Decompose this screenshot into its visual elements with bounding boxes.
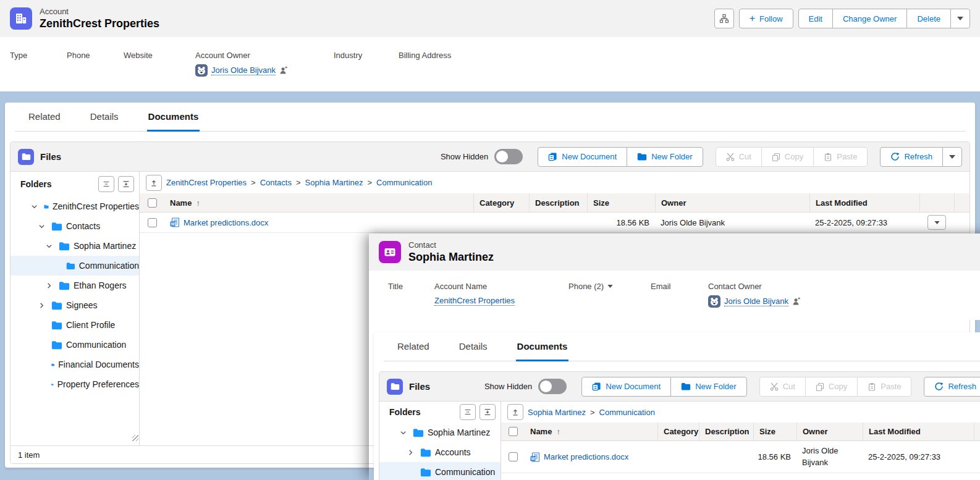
tab-documents[interactable]: Documents (516, 332, 569, 361)
new-folder-button[interactable]: New Folder (670, 377, 746, 397)
tab-related[interactable]: Related (396, 332, 431, 361)
column-header-size[interactable]: Size (587, 193, 655, 212)
tab-related[interactable]: Related (27, 103, 62, 132)
chevron-down-icon[interactable] (43, 240, 55, 252)
select-all-checkbox[interactable] (509, 427, 518, 436)
collapse-all-button[interactable] (98, 176, 114, 192)
show-hidden-toggle[interactable] (494, 149, 523, 164)
column-header-last-modified[interactable]: Last Modified (863, 423, 974, 440)
column-header-category[interactable]: Category (657, 423, 699, 440)
panel-resize-handle[interactable] (132, 435, 138, 441)
chevron-down-icon[interactable] (35, 220, 48, 232)
tab-details[interactable]: Details (458, 332, 489, 361)
folder-tree-item[interactable]: Sophia Martinez (379, 423, 501, 442)
column-header-last-modified[interactable]: Last Modified (809, 193, 919, 212)
folder-tree-item[interactable]: Financial Documents (11, 355, 139, 374)
chevron-right-icon[interactable] (43, 279, 55, 292)
breadcrumb-link[interactable]: Contacts (260, 178, 292, 187)
page-title: ZenithCrest Properties (40, 17, 159, 31)
account-name-link[interactable]: ZenithCrest Properties (434, 296, 515, 306)
contact-owner-link[interactable]: Joris Olde Bijvank (724, 297, 788, 306)
file-row[interactable]: W Market predictions.docx 18.56 KB Joris… (501, 441, 980, 473)
go-up-button[interactable] (507, 404, 523, 420)
column-header-size[interactable]: Size (753, 423, 796, 440)
cut-button[interactable]: Cut (759, 377, 806, 397)
folder-tree-item[interactable]: Accounts (379, 442, 501, 462)
breadcrumb-link[interactable]: ZenithCrest Properties (166, 178, 247, 187)
new-folder-button[interactable]: New Folder (627, 147, 703, 167)
chevron-down-icon[interactable] (607, 285, 613, 288)
chevron-down-icon[interactable] (397, 426, 409, 439)
show-hidden-control: Show Hidden (441, 149, 523, 164)
new-document-button[interactable]: New Document (538, 147, 627, 167)
refresh-button[interactable]: Refresh (924, 377, 980, 397)
refresh-button[interactable]: Refresh (880, 147, 943, 167)
record-actions-group: Edit Change Owner Delete (798, 9, 970, 28)
copy-button[interactable]: Copy (805, 377, 858, 397)
edit-button[interactable]: Edit (798, 9, 833, 28)
change-owner-icon[interactable] (792, 297, 801, 306)
refresh-more-button[interactable] (942, 147, 962, 167)
follow-button[interactable]: + Follow (739, 9, 793, 28)
chevron-right-icon[interactable] (404, 446, 416, 458)
copy-button[interactable]: Copy (761, 147, 814, 167)
column-header-name[interactable]: Name↑ (164, 193, 473, 212)
paste-button[interactable]: Paste (857, 377, 911, 397)
folder-tree-item[interactable]: Communication (11, 335, 139, 355)
file-row[interactable]: W Market predictions.docx 18.56 KB Joris… (140, 213, 969, 233)
column-header-owner[interactable]: Owner (796, 423, 863, 440)
chevron-right-icon[interactable] (35, 299, 48, 311)
folder-tree-item[interactable]: Sophia Martinez (11, 236, 139, 256)
folder-icon (51, 340, 62, 350)
show-hidden-toggle[interactable] (538, 379, 567, 394)
column-header-description[interactable]: Description (699, 423, 753, 440)
expand-all-button[interactable] (479, 404, 496, 420)
folder-tree-item[interactable]: Client Profile (11, 315, 139, 335)
row-actions-button[interactable] (927, 215, 946, 230)
breadcrumb-link[interactable]: Sophia Martinez (305, 178, 363, 187)
refresh-icon (934, 382, 944, 391)
tab-documents[interactable]: Documents (147, 103, 200, 132)
file-name-link[interactable]: Market predictions.docx (184, 218, 268, 227)
collapse-all-button[interactable] (460, 404, 476, 420)
tab-details[interactable]: Details (89, 103, 120, 132)
column-header-name[interactable]: Name↑ (525, 423, 657, 440)
account-owner-link[interactable]: Joris Olde Bijvank (211, 65, 276, 75)
folder-tree-item[interactable]: Contacts (11, 216, 139, 236)
change-owner-icon[interactable] (279, 66, 288, 75)
paste-button[interactable]: Paste (813, 147, 868, 167)
folder-tree-item-selected[interactable]: Communication (11, 256, 139, 276)
breadcrumb-link[interactable]: Communication (599, 408, 655, 417)
collapse-all-icon (463, 408, 472, 416)
column-header-owner[interactable]: Owner (655, 193, 809, 212)
folder-tree-item[interactable]: Signees (11, 295, 139, 315)
show-hidden-label: Show Hidden (484, 382, 532, 391)
contact-tabs-card: Related Details Documents Files Show Hid… (374, 332, 980, 480)
expand-all-button[interactable] (118, 176, 134, 192)
chevron-down-icon[interactable] (28, 200, 40, 213)
folder-tree-item[interactable]: Property Preferences (11, 374, 139, 394)
file-description (529, 213, 587, 232)
cut-button[interactable]: Cut (716, 147, 762, 167)
column-header-description[interactable]: Description (529, 193, 587, 212)
row-checkbox[interactable] (509, 452, 518, 461)
more-actions-button[interactable] (950, 9, 970, 28)
files-toolbar: Files Show Hidden New Document New Folde… (11, 142, 969, 172)
folder-tree-item-selected[interactable]: Communication (379, 462, 501, 480)
breadcrumb: ZenithCrest Properties > Contacts > Soph… (140, 172, 969, 193)
contact-record-header: Contact Sophia Martinez (369, 234, 980, 271)
select-all-checkbox[interactable] (148, 198, 157, 208)
folder-tree-item[interactable]: ZenithCrest Properties (11, 196, 139, 216)
breadcrumb-link[interactable]: Communication (376, 178, 432, 187)
row-checkbox[interactable] (148, 218, 157, 227)
go-up-button[interactable] (146, 175, 162, 191)
hierarchy-button[interactable] (714, 9, 734, 28)
folder-icon (420, 448, 431, 457)
folder-tree-item[interactable]: Ethan Rogers (11, 276, 139, 295)
file-name-link[interactable]: Market predictions.docx (544, 452, 628, 461)
breadcrumb-link[interactable]: Sophia Martinez (528, 408, 586, 417)
column-header-category[interactable]: Category (473, 193, 529, 212)
change-owner-button[interactable]: Change Owner (832, 9, 907, 28)
new-document-button[interactable]: New Document (581, 377, 671, 397)
delete-button[interactable]: Delete (906, 9, 951, 28)
